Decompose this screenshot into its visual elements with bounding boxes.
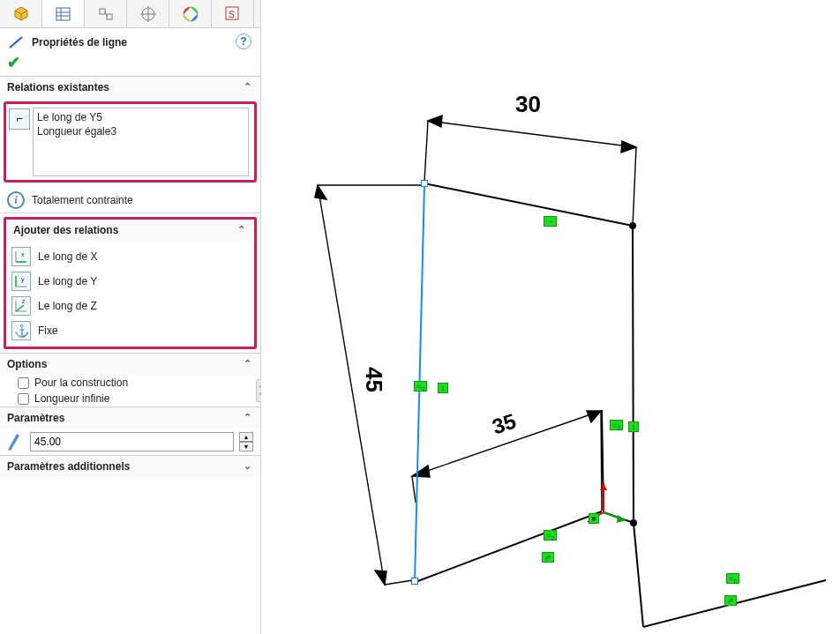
infinite-length-checkbox[interactable] (18, 393, 29, 405)
axis-z-icon: z (11, 296, 31, 316)
relation-item[interactable]: Le long de Y5 (37, 110, 244, 124)
svg-line-26 (16, 305, 24, 311)
relation-glyph[interactable]: → (544, 216, 557, 227)
anchor-icon: ⚓ (11, 321, 31, 340)
svg-text:x: x (21, 251, 25, 257)
relation-glyph[interactable]: =2 (544, 530, 557, 541)
line-endpoint-handle[interactable] (421, 180, 428, 187)
svg-rect-9 (107, 14, 112, 19)
property-panel: S Propriétés de ligne ? ✔ Relations exis… (0, 0, 261, 634)
tab-appearance[interactable] (169, 0, 212, 27)
existing-relations-highlight: ⌐ Le long de Y5 Longueur égale3 (4, 101, 257, 183)
help-icon[interactable]: ? (236, 34, 251, 49)
section-existing-relations[interactable]: Relations existantes ⌃ (0, 77, 260, 98)
info-icon: i (7, 191, 25, 209)
svg-line-28 (428, 121, 636, 147)
svg-marker-35 (375, 571, 386, 585)
svg-rect-4 (56, 8, 70, 20)
section-additional-parameters[interactable]: Paramètres additionnels ⌄ (0, 456, 260, 477)
axis-x-icon: x (11, 247, 31, 266)
parameter-length-row: ▲ ▼ (0, 429, 260, 455)
svg-marker-30 (621, 141, 636, 153)
svg-line-47 (416, 511, 602, 582)
accept-button[interactable]: ✔ (7, 54, 20, 71)
relation-glyph[interactable]: ↕ (438, 383, 448, 393)
add-relation-along-z[interactable]: z Le long de Z (10, 294, 251, 318)
spin-up[interactable]: ▲ (239, 432, 253, 442)
relation-glyph[interactable]: =2 (726, 573, 739, 584)
relation-glyph[interactable]: ↕ (628, 421, 639, 432)
svg-marker-29 (428, 116, 442, 127)
svg-line-17 (10, 37, 22, 48)
svg-text:z: z (22, 298, 26, 304)
relation-glyph[interactable]: =3 (610, 420, 623, 430)
tab-design[interactable] (85, 0, 127, 27)
svg-line-43 (424, 183, 633, 226)
chevron-up-icon: ⌃ (237, 224, 245, 235)
tab-bullseye[interactable] (127, 0, 169, 27)
svg-line-31 (424, 121, 428, 182)
section-options[interactable]: Options ⌃ (0, 354, 260, 375)
svg-marker-39 (412, 466, 430, 477)
svg-line-32 (633, 147, 636, 227)
confirm-row: ✔ (0, 53, 260, 76)
add-relation-fix[interactable]: ⚓ Fixe (10, 318, 251, 343)
option-infinite-length[interactable]: Longueur infinie (0, 391, 260, 407)
chevron-down-icon: ⌄ (244, 460, 251, 472)
add-relation-along-x[interactable]: x Le long de X (10, 244, 251, 269)
option-for-construction[interactable]: Pour la construction (0, 375, 260, 391)
panel-title-row: Propriétés de ligne ? (0, 28, 260, 53)
svg-point-56 (630, 519, 637, 526)
dimension-top[interactable]: 30 (515, 91, 541, 118)
existing-relations-list[interactable]: ⌐ Le long de Y5 Longueur égale3 (33, 108, 249, 176)
svg-marker-40 (587, 411, 601, 422)
svg-line-44 (633, 226, 634, 523)
tab-part[interactable] (0, 0, 42, 27)
line-endpoint-handle[interactable] (411, 578, 418, 585)
length-spinner[interactable]: ▲ ▼ (239, 432, 253, 451)
line-icon (7, 34, 25, 51)
section-parameters[interactable]: Paramètres ⌃ (0, 407, 260, 429)
section-add-relations[interactable]: Ajouter des relations ⌃ (4, 217, 257, 241)
relation-glyph[interactable]: ⇗ (542, 552, 554, 563)
svg-rect-8 (100, 9, 105, 14)
relation-glyph[interactable]: ■ (589, 513, 599, 524)
chevron-up-icon: ⌃ (244, 81, 251, 93)
spin-down[interactable]: ▼ (239, 442, 253, 451)
construction-checkbox[interactable] (18, 377, 29, 389)
tab-display[interactable] (42, 0, 85, 27)
relation-glyph[interactable]: =3 (414, 381, 427, 392)
svg-line-37 (385, 580, 413, 585)
panel-title: Propriétés de ligne (32, 36, 127, 48)
relation-item[interactable]: Longueur égale3 (37, 124, 244, 138)
dimension-left[interactable]: 45 (360, 367, 387, 392)
axis-y-icon: y (11, 272, 31, 291)
svg-line-48 (634, 523, 643, 627)
relation-glyph[interactable]: ⇗ (724, 595, 737, 606)
svg-point-55 (629, 222, 636, 229)
svg-text:S: S (229, 10, 235, 19)
svg-text:y: y (21, 276, 25, 283)
graphics-viewport[interactable]: 30 45 35 → =3 ↕ =3 ↕ =2 ⇗ ■ =2 ⇗ (261, 0, 840, 634)
relation-type-icon: ⌐ (9, 108, 30, 130)
length-input[interactable] (30, 432, 234, 451)
chevron-up-icon: ⌃ (244, 358, 251, 369)
svg-line-42 (412, 476, 416, 503)
constraint-status: i Totalement contrainte (0, 186, 260, 213)
tab-sketch[interactable]: S (212, 0, 254, 27)
svg-marker-34 (315, 185, 326, 199)
length-icon (7, 433, 25, 451)
chevron-up-icon: ⌃ (244, 412, 251, 423)
add-relation-along-y[interactable]: y Le long de Y (10, 269, 251, 294)
add-relations-highlight: x Le long de X y Le long de Y z Le long … (4, 241, 257, 349)
panel-tab-strip: S (0, 0, 260, 28)
